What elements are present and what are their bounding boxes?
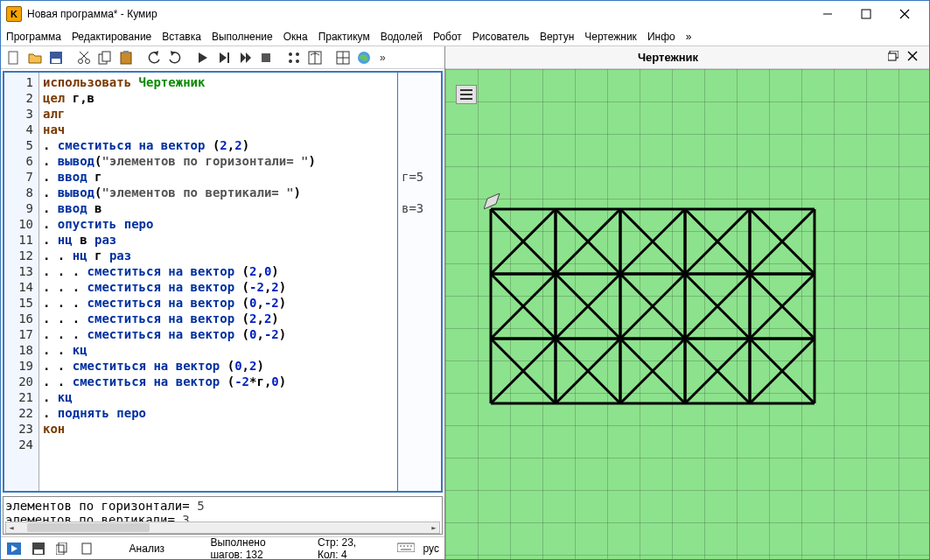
code-editor[interactable]: 123456789101112131415161718192021222324 … <box>3 71 443 493</box>
editor-margin: г=5 в=3 <box>397 73 441 491</box>
grid-icon[interactable] <box>333 48 353 67</box>
svg-rect-42 <box>397 543 415 552</box>
code-line[interactable]: . сместиться на вектор (2,2) <box>43 137 394 153</box>
code-line[interactable]: . . нц г раз <box>43 248 394 263</box>
code-line[interactable]: . поднять перо <box>43 405 394 421</box>
menu-item[interactable]: Программа <box>6 31 61 43</box>
open-file-icon[interactable] <box>25 48 45 67</box>
code-line[interactable]: . ввод в <box>43 200 394 216</box>
layout2-icon[interactable] <box>305 48 325 67</box>
svg-rect-14 <box>121 52 131 64</box>
code-line[interactable]: . опустить перо <box>43 216 394 232</box>
status-lang[interactable]: рус <box>423 542 439 555</box>
code-line[interactable]: . вывод("элементов по горизонтали= ") <box>43 153 394 169</box>
svg-marker-22 <box>246 52 251 63</box>
line-number: 9 <box>6 200 33 216</box>
margin-value <box>402 311 437 326</box>
io-panel[interactable]: элементов по горизонтали= 5элементов по … <box>3 496 443 535</box>
io-scrollbar[interactable]: ◄ ► <box>5 522 440 534</box>
code-line[interactable]: цел г,в <box>43 90 394 106</box>
canvas-menu-button[interactable] <box>456 85 477 104</box>
menu-item[interactable]: Инфо <box>647 31 675 43</box>
menu-item[interactable]: Водолей <box>381 31 423 43</box>
code-line[interactable]: . . сместиться на вектор (-2*г,0) <box>43 374 394 389</box>
code-line[interactable]: . . . сместиться на вектор (0,-2) <box>43 326 394 342</box>
redo-icon[interactable] <box>165 48 185 67</box>
sb-save-icon[interactable] <box>31 540 46 557</box>
menu-item[interactable]: Чертежник <box>584 31 637 43</box>
svg-line-10 <box>80 52 88 60</box>
paste-icon[interactable] <box>116 48 136 67</box>
line-number: 20 <box>6 374 33 389</box>
stop-icon[interactable] <box>256 48 276 67</box>
margin-value: г=5 <box>402 169 437 185</box>
maximize-button[interactable] <box>847 1 885 27</box>
menu-item[interactable]: Вставка <box>162 31 201 43</box>
code-line[interactable]: использовать Чертежник <box>43 74 394 90</box>
editor-code[interactable]: использовать Чертежникцел г,валгнач. сме… <box>39 73 397 491</box>
svg-marker-5 <box>29 54 41 63</box>
line-number: 1 <box>6 74 33 90</box>
panel-close-icon[interactable] <box>903 51 922 64</box>
code-line[interactable]: . кц <box>43 389 394 405</box>
line-number: 15 <box>6 295 33 311</box>
layout1-icon[interactable] <box>284 48 304 67</box>
margin-value <box>402 248 437 263</box>
svg-rect-15 <box>123 51 129 53</box>
menu-item[interactable]: Робот <box>433 31 462 43</box>
run-to-icon[interactable] <box>214 48 234 67</box>
world-icon[interactable] <box>354 48 374 67</box>
margin-value <box>402 405 437 421</box>
menu-item[interactable]: Редактирование <box>72 31 151 43</box>
margin-value <box>402 90 437 106</box>
left-pane: » 12345678910111213141516171819202122232… <box>1 46 445 559</box>
svg-marker-18 <box>199 52 207 63</box>
svg-point-26 <box>289 60 292 63</box>
code-line[interactable]: нач <box>43 122 394 137</box>
menu-item[interactable]: Выполнение <box>212 31 273 43</box>
code-line[interactable]: . . кц <box>43 342 394 358</box>
scroll-left-icon[interactable]: ◄ <box>6 523 17 532</box>
more-icon[interactable]: » <box>375 48 395 67</box>
status-steps: Выполнено шагов: 132 <box>210 536 299 561</box>
sb-run-icon[interactable] <box>6 540 22 557</box>
sb-copy-icon[interactable] <box>55 540 71 557</box>
code-line[interactable]: . . сместиться на вектор (0,2) <box>43 358 394 374</box>
line-number: 18 <box>6 342 33 358</box>
svg-text:»: » <box>380 52 386 64</box>
sb-new-icon[interactable] <box>79 540 94 557</box>
code-line[interactable]: кон <box>43 421 394 437</box>
new-file-icon[interactable] <box>4 48 24 67</box>
line-number: 17 <box>6 326 33 342</box>
code-line[interactable]: . . . сместиться на вектор (2,2) <box>43 311 394 326</box>
run-icon[interactable] <box>193 48 213 67</box>
menu-item[interactable]: » <box>686 31 692 43</box>
minimize-button[interactable] <box>808 1 847 27</box>
svg-rect-49 <box>888 53 896 60</box>
panel-restore-icon[interactable] <box>884 51 903 64</box>
line-number: 11 <box>6 232 33 248</box>
code-line[interactable]: . . . сместиться на вектор (0,-2) <box>43 295 394 311</box>
menu-item[interactable]: Рисователь <box>472 31 529 43</box>
cut-icon[interactable] <box>74 48 94 67</box>
scroll-right-icon[interactable]: ► <box>429 523 439 532</box>
code-line[interactable]: . ввод г <box>43 169 394 185</box>
copy-icon[interactable] <box>95 48 115 67</box>
code-line[interactable]: . нц в раз <box>43 232 394 248</box>
svg-marker-17 <box>171 51 175 56</box>
code-line[interactable]: . вывод("элементов по вертикали= ") <box>43 185 394 200</box>
drawing-canvas[interactable] <box>445 69 929 559</box>
code-line[interactable]: . . . сместиться на вектор (2,0) <box>43 263 394 279</box>
menu-item[interactable]: Окна <box>283 31 308 43</box>
step-icon[interactable] <box>235 48 255 67</box>
close-button[interactable] <box>885 1 924 27</box>
line-number: 8 <box>6 185 33 200</box>
line-number: 19 <box>6 358 33 374</box>
menu-item[interactable]: Вертун <box>540 31 574 43</box>
code-line[interactable]: алг <box>43 106 394 122</box>
undo-icon[interactable] <box>144 48 164 67</box>
scroll-thumb[interactable] <box>27 523 150 532</box>
code-line[interactable]: . . . сместиться на вектор (-2,2) <box>43 279 394 295</box>
save-icon[interactable] <box>46 48 66 67</box>
menu-item[interactable]: Практикум <box>318 31 370 43</box>
